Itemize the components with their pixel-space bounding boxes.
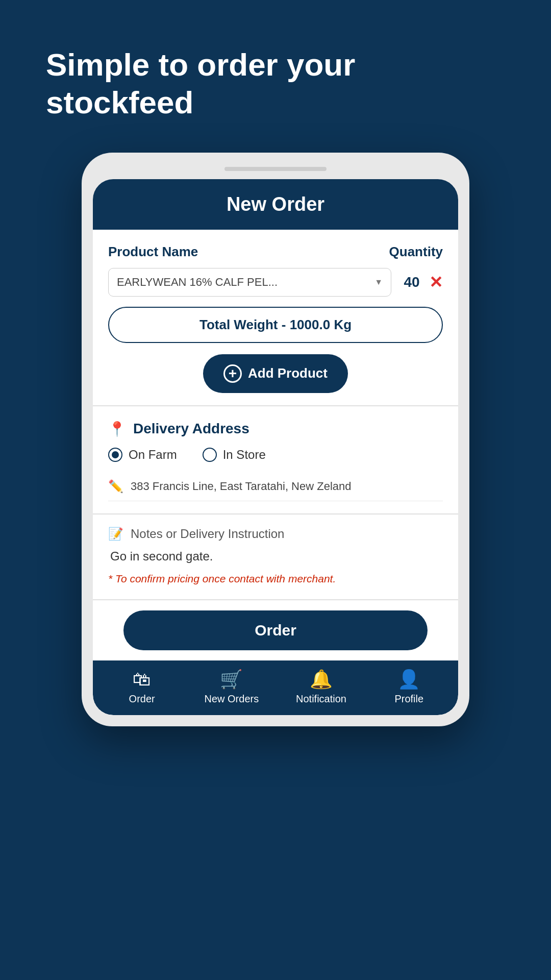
radio-outer-on-farm (108, 448, 122, 462)
edit-icon: ✏️ (108, 479, 123, 494)
bottom-nav: 🛍 Order 🛒 New Orders 🔔 Notification 👤 Pr… (93, 660, 458, 715)
add-product-label: Add Product (248, 365, 328, 381)
phone-notch (224, 167, 327, 171)
notification-nav-label: Notification (296, 693, 346, 705)
notes-section: 📝 Notes or Delivery Instruction Go in se… (93, 514, 458, 599)
notes-title-row: 📝 Notes or Delivery Instruction (108, 527, 443, 541)
on-farm-radio[interactable]: On Farm (108, 448, 177, 462)
page-title: Simple to order your stockfeed (46, 46, 505, 122)
notes-content: Go in second gate. (108, 549, 443, 564)
order-button[interactable]: Order (123, 610, 428, 650)
in-store-radio[interactable]: In Store (203, 448, 266, 462)
notification-nav-icon: 🔔 (310, 669, 333, 690)
delivery-section: 📍 Delivery Address On Farm In Store ✏️ (93, 406, 458, 514)
profile-nav-icon: 👤 (397, 669, 420, 690)
quantity-area: 40 ✕ (402, 274, 443, 290)
add-icon: + (223, 364, 242, 383)
radio-inner-on-farm (112, 451, 119, 458)
delivery-title: Delivery Address (133, 421, 249, 437)
quantity-label: Quantity (389, 244, 443, 260)
address-row: ✏️ 383 Francis Line, East Taratahi, New … (108, 472, 443, 501)
delivery-title-row: 📍 Delivery Address (108, 421, 443, 437)
in-store-label: In Store (223, 448, 266, 462)
nav-item-profile[interactable]: 👤 Profile (384, 669, 435, 705)
new-orders-nav-icon: 🛒 (220, 669, 243, 690)
order-nav-icon: 🛍 (133, 669, 151, 690)
product-dropdown-text: EARLYWEAN 16% CALF PEL... (117, 276, 370, 289)
order-header-title: New Order (108, 193, 443, 215)
nav-item-new-orders[interactable]: 🛒 New Orders (204, 669, 259, 705)
product-row: EARLYWEAN 16% CALF PEL... ▼ 40 ✕ (108, 268, 443, 297)
nav-item-order[interactable]: 🛍 Order (116, 669, 167, 705)
order-header: New Order (93, 179, 458, 230)
quantity-value: 40 (402, 274, 422, 290)
add-product-button[interactable]: + Add Product (203, 354, 348, 393)
product-row-header: Product Name Quantity (108, 244, 443, 260)
nav-item-notification[interactable]: 🔔 Notification (295, 669, 346, 705)
radio-outer-in-store (203, 448, 217, 462)
pricing-note: * To confirm pricing once contact with m… (108, 573, 443, 585)
notes-icon: 📝 (108, 527, 123, 541)
on-farm-label: On Farm (129, 448, 177, 462)
notes-title: Notes or Delivery Instruction (131, 527, 284, 541)
address-text: 383 Francis Line, East Taratahi, New Zel… (131, 480, 352, 493)
phone-screen: New Order Product Name Quantity EARLYWEA… (93, 179, 458, 716)
product-dropdown[interactable]: EARLYWEAN 16% CALF PEL... ▼ (108, 268, 391, 297)
total-weight-box: Total Weight - 1000.0 Kg (108, 307, 443, 343)
phone-mockup: New Order Product Name Quantity EARLYWEA… (82, 153, 469, 727)
order-nav-label: Order (129, 693, 155, 705)
product-section: Product Name Quantity EARLYWEAN 16% CALF… (93, 230, 458, 406)
product-name-label: Product Name (108, 244, 198, 260)
remove-product-button[interactable]: ✕ (429, 274, 443, 290)
order-btn-section: Order (93, 600, 458, 660)
profile-nav-label: Profile (394, 693, 423, 705)
location-icon: 📍 (108, 421, 126, 437)
dropdown-arrow-icon: ▼ (374, 278, 383, 287)
new-orders-nav-label: New Orders (204, 693, 259, 705)
delivery-radio-group: On Farm In Store (108, 448, 443, 462)
